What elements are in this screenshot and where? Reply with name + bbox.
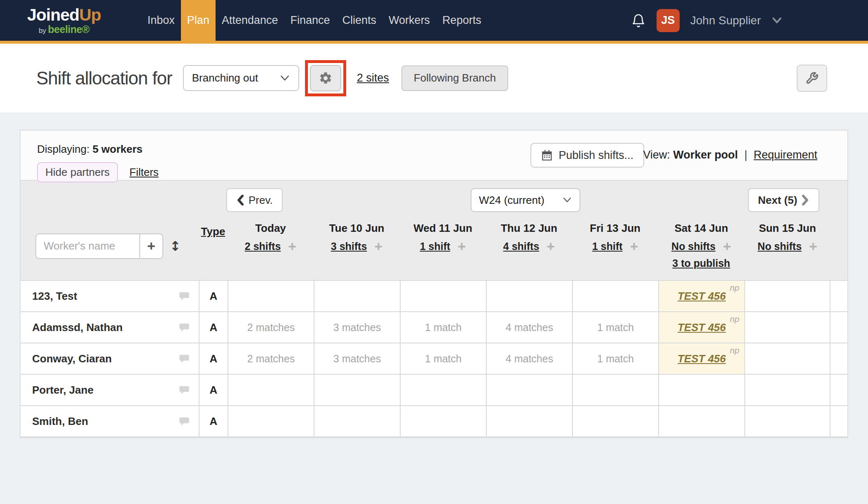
empty-cell[interactable]	[228, 406, 314, 436]
match-cell[interactable]: 3 matches	[314, 312, 400, 343]
calendar-icon	[541, 149, 553, 161]
shift-link[interactable]: TEST 456	[678, 321, 726, 334]
shift-link[interactable]: TEST 456	[678, 290, 726, 303]
worker-name-cell: 123, Test	[21, 281, 199, 311]
empty-cell[interactable]	[744, 312, 830, 343]
nav-item-workers[interactable]: Workers	[382, 0, 436, 41]
shifts-link[interactable]: No shifts	[758, 240, 802, 252]
empty-cell[interactable]	[658, 406, 744, 436]
shifts-link[interactable]: No shifts	[671, 240, 716, 252]
match-cell[interactable]: 1 match	[572, 343, 658, 374]
shifts-link[interactable]: 1 shift	[420, 240, 450, 252]
user-name[interactable]: John Supplier	[690, 14, 761, 27]
sort-updown-icon[interactable]: ↕	[170, 238, 181, 254]
empty-cell[interactable]	[486, 406, 572, 436]
view-switcher: View: Worker pool | Requirement	[643, 149, 817, 161]
nav-item-reports[interactable]: Reports	[436, 0, 488, 41]
prev-week-button[interactable]: Prev.	[226, 188, 283, 212]
empty-cell[interactable]	[658, 375, 744, 405]
empty-cell[interactable]	[400, 281, 486, 311]
add-shift-icon[interactable]: +	[547, 241, 555, 252]
comment-icon[interactable]	[178, 415, 190, 427]
empty-cell[interactable]	[486, 281, 572, 311]
filters-link[interactable]: Filters	[129, 166, 159, 179]
np-badge: np	[730, 314, 739, 324]
add-shift-icon[interactable]: +	[288, 241, 296, 252]
nav-item-finance[interactable]: Finance	[284, 0, 336, 41]
day-column-thu: Thu 12 Jun 4 shifts+	[486, 219, 572, 269]
empty-cell[interactable]	[400, 406, 486, 436]
empty-cell[interactable]	[572, 375, 658, 405]
next-week-button[interactable]: Next (5)	[748, 188, 819, 212]
publish-shifts-button[interactable]: Publish shifts...	[530, 143, 644, 168]
worker-type: A	[199, 375, 228, 405]
logo-beeline-text: by beeline®	[27, 24, 101, 35]
match-cell[interactable]: 4 matches	[486, 343, 572, 374]
empty-cell[interactable]	[400, 375, 486, 405]
comment-icon[interactable]	[178, 290, 190, 302]
add-shift-icon[interactable]: +	[630, 241, 638, 252]
site-select[interactable]: Branching out	[183, 65, 299, 91]
annotation-highlight	[305, 60, 346, 96]
empty-cell[interactable]	[572, 406, 658, 436]
shifts-link[interactable]: 2 shifts	[245, 240, 281, 252]
requirement-view-link[interactable]: Requirement	[753, 149, 817, 161]
match-cell[interactable]: 1 match	[400, 343, 486, 374]
empty-cell[interactable]	[744, 375, 830, 405]
nav-item-plan[interactable]: Plan	[181, 0, 216, 41]
add-shift-icon[interactable]: +	[457, 241, 466, 252]
worker-type: A	[199, 312, 228, 343]
following-branch-button[interactable]: Following Branch	[401, 65, 508, 91]
chevron-down-icon[interactable]	[772, 17, 782, 24]
nav-item-clients[interactable]: Clients	[336, 0, 383, 41]
empty-cell[interactable]	[572, 281, 658, 311]
shifts-link[interactable]: 3 shifts	[331, 240, 367, 252]
worker-name: Adamssd, Nathan	[32, 321, 123, 334]
settings-button[interactable]	[310, 65, 341, 91]
nav-item-inbox[interactable]: Inbox	[141, 0, 181, 41]
add-shift-icon[interactable]: +	[374, 241, 382, 252]
match-cell[interactable]: 1 match	[400, 312, 486, 343]
sites-link[interactable]: 2 sites	[357, 72, 389, 84]
match-cell[interactable]: 2 matches	[228, 343, 314, 374]
nav-item-attendance[interactable]: Attendance	[216, 0, 284, 41]
add-worker-button[interactable]: +	[139, 233, 163, 259]
empty-cell[interactable]	[228, 281, 314, 311]
match-cell[interactable]: 2 matches	[228, 312, 314, 343]
shifts-link[interactable]: 1 shift	[592, 240, 623, 252]
week-select[interactable]: W24 (current)	[471, 188, 580, 212]
empty-cell[interactable]	[744, 281, 830, 311]
empty-cell[interactable]	[228, 375, 314, 405]
tools-button[interactable]	[797, 65, 827, 92]
match-cell[interactable]: 3 matches	[314, 343, 400, 374]
shift-cell: npTEST 456	[658, 312, 744, 343]
match-cell[interactable]: 4 matches	[486, 312, 572, 343]
to-publish-link[interactable]: 3 to publish	[658, 257, 744, 269]
add-shift-icon[interactable]: +	[809, 241, 817, 252]
shift-allocation-panel: Displaying: 5 workers Hide partners Filt…	[20, 130, 848, 438]
empty-cell[interactable]	[744, 343, 830, 374]
empty-cell[interactable]	[486, 375, 572, 405]
empty-cell[interactable]	[314, 375, 400, 405]
empty-cell[interactable]	[744, 406, 830, 436]
comment-icon[interactable]	[178, 322, 190, 333]
worker-type: A	[199, 281, 228, 311]
hide-partners-button[interactable]: Hide partners	[37, 162, 118, 182]
bell-icon[interactable]	[631, 12, 646, 29]
comment-icon[interactable]	[178, 353, 190, 364]
shifts-link[interactable]: 4 shifts	[503, 240, 540, 252]
type-column-header[interactable]: Type	[199, 219, 228, 269]
empty-cell[interactable]	[314, 406, 400, 436]
add-shift-icon[interactable]: +	[723, 241, 731, 252]
select-chevron-icon	[562, 197, 572, 203]
main-content: Displaying: 5 workers Hide partners Filt…	[0, 112, 868, 438]
shift-link[interactable]: TEST 456	[678, 352, 726, 365]
user-avatar[interactable]: JS	[657, 9, 680, 32]
match-cell[interactable]: 1 match	[572, 312, 658, 343]
worker-name-input[interactable]	[35, 233, 139, 259]
comment-icon[interactable]	[178, 384, 190, 396]
empty-cell[interactable]	[314, 281, 400, 311]
worker-row: Adamssd, NathanA2 matches3 matches1 matc…	[21, 311, 847, 343]
worker-row: Porter, JaneA	[21, 374, 847, 405]
panel-toolbar: Displaying: 5 workers Hide partners Filt…	[21, 131, 847, 180]
